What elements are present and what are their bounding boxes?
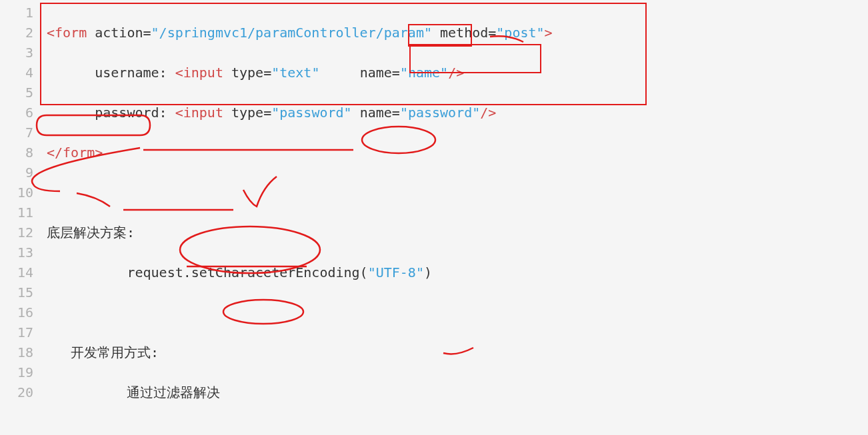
code-line: 底层解决方案: (47, 222, 868, 242)
line-number: 4 (0, 63, 33, 83)
code-area[interactable]: <form action="/springmvc1/paramControlle… (40, 0, 868, 435)
line-number: 18 (0, 342, 33, 362)
line-number: 3 (0, 43, 33, 63)
line-number: 11 (0, 203, 33, 222)
line-number: 10 (0, 183, 33, 203)
line-number: 20 (0, 382, 33, 402)
code-line: request.setCharaceterEncoding("UTF-8") (47, 262, 868, 282)
line-number: 7 (0, 123, 33, 143)
code-editor: 1 2 3 4 5 6 7 8 9 10 11 12 13 14 15 16 1… (0, 0, 868, 435)
line-number: 6 (0, 103, 33, 123)
line-number: 8 (0, 143, 33, 163)
code-line: 通过过滤器解决 (47, 382, 868, 402)
line-number: 1 (0, 3, 33, 23)
code-line: username: <input type="text" name="name"… (47, 63, 868, 83)
code-line: 开发常用方式: (47, 342, 868, 362)
line-number: 5 (0, 83, 33, 103)
code-line (47, 302, 868, 322)
line-number: 14 (0, 262, 33, 282)
line-number: 15 (0, 282, 33, 302)
line-number: 16 (0, 302, 33, 322)
line-number: 17 (0, 322, 33, 342)
line-number: 13 (0, 242, 33, 262)
line-number: 19 (0, 362, 33, 382)
code-line: </form> (47, 143, 868, 163)
code-line (47, 422, 868, 435)
code-line: <form action="/springmvc1/paramControlle… (47, 23, 868, 43)
annotation-box-form (40, 3, 647, 105)
line-number: 9 (0, 163, 33, 183)
code-line: password: <input type="password" name="p… (47, 103, 868, 123)
line-number: 2 (0, 23, 33, 43)
line-number: 12 (0, 222, 33, 242)
line-gutter: 1 2 3 4 5 6 7 8 9 10 11 12 13 14 15 16 1… (0, 0, 40, 435)
code-line (47, 183, 868, 203)
